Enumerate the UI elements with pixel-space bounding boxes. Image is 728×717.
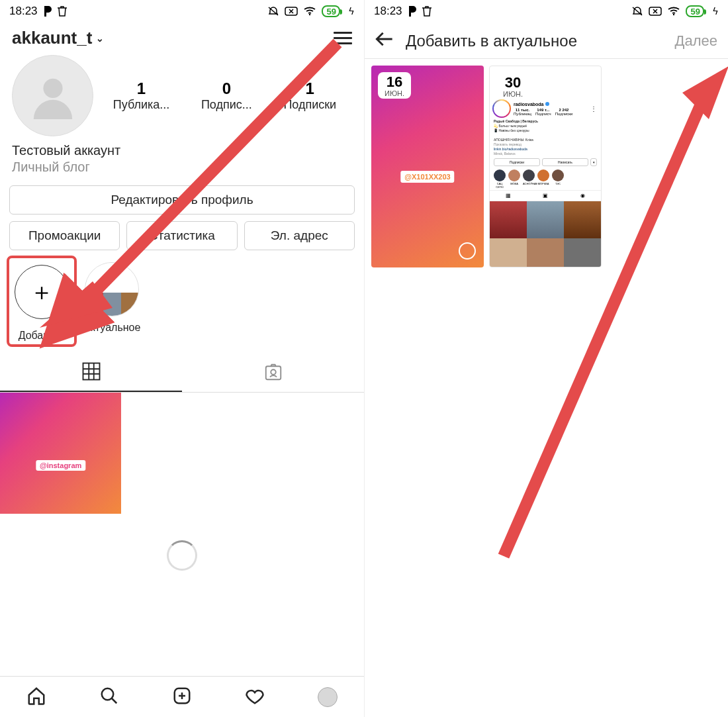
add-highlight-screen: 18:23 59 ϟ Добавить в актуальное Далее 1…: [364, 0, 728, 717]
selection-circle: [459, 242, 476, 260]
tab-grid[interactable]: [0, 352, 182, 392]
nav-activity-icon[interactable]: [245, 686, 265, 708]
nav-search-icon[interactable]: [99, 686, 119, 708]
battery-icon: 59: [686, 5, 704, 17]
story-mention: @X101XX203: [400, 171, 454, 183]
stat-posts[interactable]: 1 Публика...: [113, 79, 169, 112]
battery-icon: 59: [322, 5, 340, 17]
menu-button[interactable]: [334, 28, 352, 48]
trash-icon: [422, 6, 432, 17]
bio-category: Личный блог: [12, 160, 352, 175]
status-bar: 18:23 59 ϟ: [365, 0, 728, 23]
promo-button[interactable]: Промоакции: [9, 221, 120, 250]
post-thumbnail[interactable]: [0, 393, 121, 514]
verified-icon: [545, 102, 549, 106]
loading-spinner: [167, 540, 197, 571]
email-button[interactable]: Эл. адрес: [244, 221, 355, 250]
svg-point-5: [271, 369, 276, 375]
bio-name: Тестовый аккаунт: [12, 143, 352, 158]
edit-profile-button[interactable]: Редактировать профиль: [9, 185, 355, 215]
nav-profile-icon[interactable]: [318, 687, 338, 707]
chevron-down-icon: ⌄: [96, 33, 104, 44]
nav-home-icon[interactable]: [26, 686, 46, 708]
box-x-icon: [649, 7, 662, 16]
bottom-nav: [0, 676, 364, 717]
highlight-actual[interactable]: Актуальное: [83, 262, 140, 342]
plus-icon: ＋: [15, 265, 69, 319]
svg-rect-3: [83, 363, 99, 380]
tab-tagged[interactable]: [182, 352, 364, 392]
bell-off-icon: [631, 6, 643, 17]
bell-off-icon: [267, 6, 279, 17]
profile-stats: 1 Публика... 0 Подпис... 1 Подписки: [97, 79, 352, 112]
story-date: 30 ИЮН.: [496, 73, 529, 99]
trash-icon: [58, 6, 67, 17]
charging-icon: ϟ: [712, 5, 719, 17]
svg-point-2: [43, 78, 62, 97]
back-button[interactable]: [375, 30, 394, 52]
p-icon: [43, 6, 52, 17]
svg-point-6: [102, 688, 114, 700]
status-bar: 18:23 59 ϟ: [0, 0, 364, 23]
wifi-icon: [667, 7, 680, 16]
story-date: 16 ИЮН.: [378, 72, 411, 99]
status-time: 18:23: [9, 5, 38, 18]
box-x-icon: [285, 7, 298, 16]
story-thumbnail-1[interactable]: 16 ИЮН. @X101XX203: [371, 66, 484, 267]
mini-avatar: [492, 99, 511, 118]
charging-icon: ϟ: [348, 5, 355, 17]
page-title: Добавить в актуальное: [406, 32, 663, 50]
highlight-add[interactable]: ＋ Добавить: [15, 262, 69, 342]
profile-avatar[interactable]: [12, 55, 93, 136]
highlight-add-callout: ＋ Добавить: [7, 256, 77, 347]
svg-point-1: [308, 14, 310, 15]
wifi-icon: [303, 7, 316, 16]
highlight-thumb: [85, 262, 139, 316]
more-icon: ⋮: [590, 105, 597, 113]
story-thumbnail-2[interactable]: 30 ИЮН. radiosvaboda 11 тыс.Публикац 149…: [489, 66, 602, 267]
stat-followers[interactable]: 0 Подпис...: [201, 79, 252, 112]
stat-following[interactable]: 1 Подписки: [283, 79, 336, 112]
nav-add-icon[interactable]: [172, 686, 192, 708]
stats-button[interactable]: Статистика: [126, 221, 237, 250]
svg-point-11: [672, 14, 674, 15]
username-dropdown[interactable]: akkaunt_t ⌄: [12, 28, 104, 48]
svg-rect-4: [265, 366, 281, 379]
p-icon: [408, 6, 417, 17]
status-time: 18:23: [374, 5, 402, 18]
next-button[interactable]: Далее: [675, 32, 717, 50]
profile-screen: 18:23 59 ϟ akkaunt_t ⌄: [0, 0, 364, 717]
